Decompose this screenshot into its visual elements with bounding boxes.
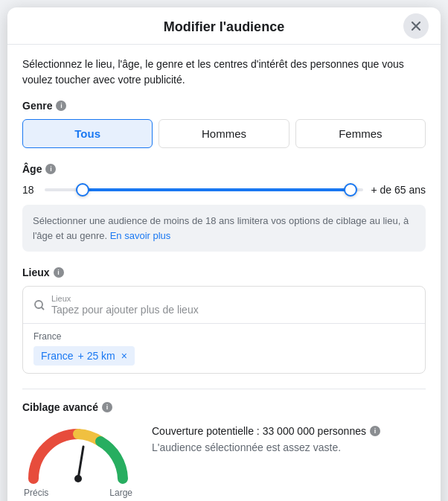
gauge-coverage-row: Précis Large Couverture potentielle : 33… xyxy=(22,421,426,488)
ciblage-section: Ciblage avancé i xyxy=(22,389,426,488)
age-min-label: 18 xyxy=(22,184,37,196)
age-warning-box: Sélectionner une audience de moins de 18… xyxy=(22,205,426,252)
coverage-info-icon[interactable]: i xyxy=(370,426,380,436)
description-text: Sélectionnez le lieu, l'âge, le genre et… xyxy=(22,57,426,88)
close-icon xyxy=(409,19,423,33)
ciblage-info-icon[interactable]: i xyxy=(102,402,112,412)
age-warning-link[interactable]: En savoir plus xyxy=(110,230,171,241)
lieux-country-row: France France + 25 km × xyxy=(23,324,425,373)
age-section-label: Âge i xyxy=(22,163,426,175)
close-button[interactable] xyxy=(403,13,429,39)
svg-line-1 xyxy=(78,447,83,479)
tag-distance: + 25 km xyxy=(78,350,115,362)
gauge-svg xyxy=(22,421,134,488)
coverage-row: Couverture potentielle : 33 000 000 pers… xyxy=(152,425,426,437)
age-slider[interactable] xyxy=(45,182,363,197)
lieux-section: Lieux i Lieux Tapez pour ajouter plus de… xyxy=(22,267,426,374)
gauge-container: Précis Large xyxy=(22,421,134,488)
lieux-section-label: Lieux i xyxy=(22,267,426,278)
gauge-info: Couverture potentielle : 33 000 000 pers… xyxy=(152,421,426,468)
gauge-precise-label: Précis xyxy=(24,488,48,498)
ciblage-section-label: Ciblage avancé i xyxy=(22,401,426,413)
lieux-info-icon[interactable]: i xyxy=(54,267,64,278)
slider-track xyxy=(45,188,363,191)
age-info-icon[interactable]: i xyxy=(45,164,56,174)
gauge-large-label: Large xyxy=(109,488,132,498)
age-section: Âge i 18 + de 65 ans Sélectionner une au… xyxy=(22,163,426,252)
lieux-box: Lieux Tapez pour ajouter plus de lieux F… xyxy=(22,286,426,374)
gender-button-group: Tous Hommes Femmes xyxy=(22,119,426,148)
genre-section-label: Genre i xyxy=(22,100,426,112)
gender-hommes-button[interactable]: Hommes xyxy=(159,119,289,148)
coverage-description: L'audience sélectionnée est assez vaste. xyxy=(152,441,426,453)
tag-text: France xyxy=(41,350,74,362)
modal-container: Modifier l'audience Sélectionnez le lieu… xyxy=(7,7,441,501)
age-row: 18 + de 65 ans xyxy=(22,182,426,197)
age-max-label: + de 65 ans xyxy=(371,184,426,196)
lieux-input-area[interactable]: Lieux Tapez pour ajouter plus de lieux xyxy=(51,294,199,316)
modal-header: Modifier l'audience xyxy=(7,7,441,45)
slider-thumb-max[interactable] xyxy=(344,183,357,197)
ciblage-divider xyxy=(22,389,426,389)
slider-fill xyxy=(83,188,351,191)
modal-title: Modifier l'audience xyxy=(164,19,284,35)
country-name: France xyxy=(33,331,415,342)
coverage-label: Couverture potentielle : 33 000 000 pers… xyxy=(152,425,366,437)
gauge-labels: Précis Large xyxy=(22,488,134,498)
modal-body: Sélectionnez le lieu, l'âge, le genre et… xyxy=(7,45,441,501)
search-icon xyxy=(33,299,45,311)
genre-info-icon[interactable]: i xyxy=(56,100,66,111)
lieux-input-label: Lieux xyxy=(51,294,199,303)
slider-thumb-min[interactable] xyxy=(76,183,89,197)
svg-point-2 xyxy=(74,475,82,482)
tag-remove-button[interactable]: × xyxy=(121,350,127,362)
age-warning-text: Sélectionner une audience de moins de 18… xyxy=(33,215,409,241)
location-tag: France + 25 km × xyxy=(33,346,135,366)
lieux-search-row: Lieux Tapez pour ajouter plus de lieux xyxy=(23,287,425,324)
gender-tous-button[interactable]: Tous xyxy=(22,119,153,148)
gender-femmes-button[interactable]: Femmes xyxy=(295,119,426,148)
lieux-placeholder: Tapez pour ajouter plus de lieux xyxy=(51,304,199,316)
